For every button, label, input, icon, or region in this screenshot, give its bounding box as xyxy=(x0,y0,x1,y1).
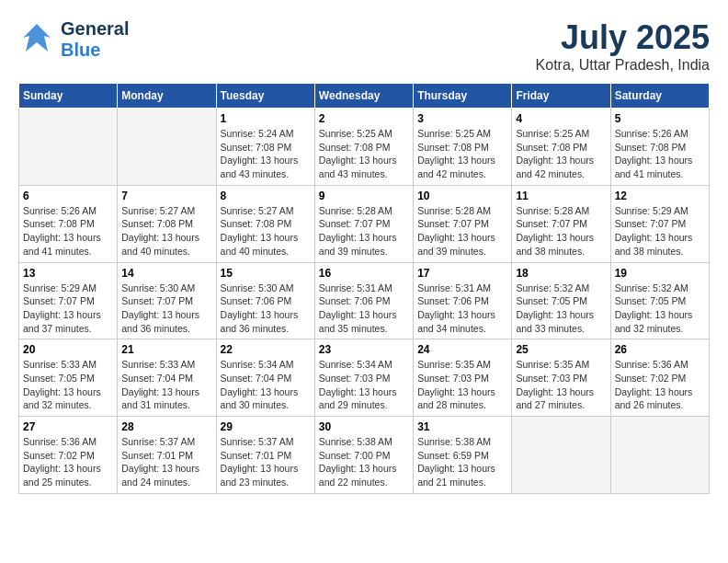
weekday-header: Sunday xyxy=(19,84,118,109)
calendar-cell: 10Sunrise: 5:28 AMSunset: 7:07 PMDayligh… xyxy=(414,185,512,262)
day-number: 28 xyxy=(121,420,211,433)
calendar-cell: 16Sunrise: 5:31 AMSunset: 7:06 PMDayligh… xyxy=(314,262,413,339)
calendar-cell: 23Sunrise: 5:34 AMSunset: 7:03 PMDayligh… xyxy=(314,339,413,417)
day-info: Sunrise: 5:30 AMSunset: 7:07 PMDaylight:… xyxy=(121,282,211,336)
calendar-cell: 1Sunrise: 5:24 AMSunset: 7:08 PMDaylight… xyxy=(216,109,314,186)
calendar-cell: 13Sunrise: 5:29 AMSunset: 7:07 PMDayligh… xyxy=(19,262,118,339)
logo-blue-text: Blue xyxy=(61,40,129,61)
day-info: Sunrise: 5:25 AMSunset: 7:08 PMDaylight:… xyxy=(516,127,606,181)
day-number: 30 xyxy=(319,420,409,433)
day-info: Sunrise: 5:33 AMSunset: 7:05 PMDaylight:… xyxy=(23,358,113,412)
calendar-cell: 15Sunrise: 5:30 AMSunset: 7:06 PMDayligh… xyxy=(216,262,314,339)
day-number: 1 xyxy=(221,112,311,125)
calendar-cell xyxy=(610,417,709,494)
calendar-cell: 7Sunrise: 5:27 AMSunset: 7:08 PMDaylight… xyxy=(118,185,216,262)
day-number: 17 xyxy=(417,267,507,280)
day-info: Sunrise: 5:37 AMSunset: 7:01 PMDaylight:… xyxy=(221,435,311,489)
day-number: 24 xyxy=(417,343,507,356)
day-number: 3 xyxy=(417,112,507,125)
calendar-cell: 19Sunrise: 5:32 AMSunset: 7:05 PMDayligh… xyxy=(610,262,709,339)
day-number: 7 xyxy=(121,190,211,202)
day-number: 29 xyxy=(221,420,311,433)
weekday-header: Thursday xyxy=(414,84,512,109)
logo-general-text: General xyxy=(61,18,129,40)
calendar-cell: 22Sunrise: 5:34 AMSunset: 7:04 PMDayligh… xyxy=(216,339,314,417)
calendar-cell: 9Sunrise: 5:28 AMSunset: 7:07 PMDaylight… xyxy=(314,185,413,262)
svg-marker-0 xyxy=(23,24,51,52)
day-info: Sunrise: 5:35 AMSunset: 7:03 PMDaylight:… xyxy=(516,358,606,412)
day-info: Sunrise: 5:29 AMSunset: 7:07 PMDaylight:… xyxy=(23,282,113,336)
day-info: Sunrise: 5:27 AMSunset: 7:08 PMDaylight:… xyxy=(121,204,211,259)
calendar-cell: 21Sunrise: 5:33 AMSunset: 7:04 PMDayligh… xyxy=(118,339,216,417)
calendar-week-row: 13Sunrise: 5:29 AMSunset: 7:07 PMDayligh… xyxy=(19,262,710,339)
day-number: 15 xyxy=(221,267,311,280)
day-number: 14 xyxy=(121,267,211,280)
day-info: Sunrise: 5:36 AMSunset: 7:02 PMDaylight:… xyxy=(615,358,705,412)
day-number: 4 xyxy=(516,112,606,125)
day-info: Sunrise: 5:31 AMSunset: 7:06 PMDaylight:… xyxy=(417,282,507,336)
day-number: 5 xyxy=(615,112,705,125)
day-number: 19 xyxy=(615,267,705,280)
day-info: Sunrise: 5:26 AMSunset: 7:08 PMDaylight:… xyxy=(23,204,113,259)
calendar-cell: 12Sunrise: 5:29 AMSunset: 7:07 PMDayligh… xyxy=(610,185,709,262)
day-info: Sunrise: 5:28 AMSunset: 7:07 PMDaylight:… xyxy=(319,204,409,259)
day-info: Sunrise: 5:31 AMSunset: 7:06 PMDaylight:… xyxy=(319,282,409,336)
page-header: General Blue July 2025 Kotra, Uttar Prad… xyxy=(18,18,710,74)
day-number: 23 xyxy=(319,343,409,356)
day-info: Sunrise: 5:24 AMSunset: 7:08 PMDaylight:… xyxy=(221,127,311,181)
location-subtitle: Kotra, Uttar Pradesh, India xyxy=(536,57,710,74)
day-info: Sunrise: 5:37 AMSunset: 7:01 PMDaylight:… xyxy=(121,435,211,489)
calendar-cell xyxy=(512,417,610,494)
calendar-week-row: 27Sunrise: 5:36 AMSunset: 7:02 PMDayligh… xyxy=(19,417,710,494)
weekday-header: Saturday xyxy=(610,84,709,109)
calendar-week-row: 6Sunrise: 5:26 AMSunset: 7:08 PMDaylight… xyxy=(19,185,710,262)
calendar-cell: 8Sunrise: 5:27 AMSunset: 7:08 PMDaylight… xyxy=(216,185,314,262)
title-block: July 2025 Kotra, Uttar Pradesh, India xyxy=(536,18,710,74)
calendar-cell: 29Sunrise: 5:37 AMSunset: 7:01 PMDayligh… xyxy=(216,417,314,494)
day-info: Sunrise: 5:26 AMSunset: 7:08 PMDaylight:… xyxy=(615,127,705,181)
calendar-cell: 28Sunrise: 5:37 AMSunset: 7:01 PMDayligh… xyxy=(118,417,216,494)
day-number: 2 xyxy=(319,112,409,125)
day-number: 10 xyxy=(417,190,507,202)
day-number: 6 xyxy=(23,190,113,202)
day-number: 20 xyxy=(23,343,113,356)
logo-bird-icon xyxy=(18,19,55,60)
calendar-cell: 4Sunrise: 5:25 AMSunset: 7:08 PMDaylight… xyxy=(512,109,610,186)
day-info: Sunrise: 5:25 AMSunset: 7:08 PMDaylight:… xyxy=(417,127,507,181)
month-year-title: July 2025 xyxy=(536,18,710,57)
calendar-cell: 18Sunrise: 5:32 AMSunset: 7:05 PMDayligh… xyxy=(512,262,610,339)
day-info: Sunrise: 5:32 AMSunset: 7:05 PMDaylight:… xyxy=(615,282,705,336)
day-info: Sunrise: 5:33 AMSunset: 7:04 PMDaylight:… xyxy=(121,358,211,412)
day-number: 25 xyxy=(516,343,606,356)
day-number: 26 xyxy=(615,343,705,356)
day-info: Sunrise: 5:38 AMSunset: 6:59 PMDaylight:… xyxy=(417,435,507,489)
weekday-header: Monday xyxy=(118,84,216,109)
day-number: 11 xyxy=(516,190,606,202)
calendar-cell: 24Sunrise: 5:35 AMSunset: 7:03 PMDayligh… xyxy=(414,339,512,417)
day-info: Sunrise: 5:28 AMSunset: 7:07 PMDaylight:… xyxy=(516,204,606,259)
day-info: Sunrise: 5:35 AMSunset: 7:03 PMDaylight:… xyxy=(417,358,507,412)
day-info: Sunrise: 5:27 AMSunset: 7:08 PMDaylight:… xyxy=(221,204,311,259)
day-number: 8 xyxy=(221,190,311,202)
day-info: Sunrise: 5:34 AMSunset: 7:04 PMDaylight:… xyxy=(221,358,311,412)
day-number: 13 xyxy=(23,267,113,280)
day-number: 22 xyxy=(221,343,311,356)
day-info: Sunrise: 5:34 AMSunset: 7:03 PMDaylight:… xyxy=(319,358,409,412)
calendar-cell: 20Sunrise: 5:33 AMSunset: 7:05 PMDayligh… xyxy=(19,339,118,417)
logo-text-block: General Blue xyxy=(61,18,129,61)
calendar-cell: 3Sunrise: 5:25 AMSunset: 7:08 PMDaylight… xyxy=(414,109,512,186)
calendar-cell: 31Sunrise: 5:38 AMSunset: 6:59 PMDayligh… xyxy=(414,417,512,494)
day-number: 27 xyxy=(23,420,113,433)
calendar-cell: 6Sunrise: 5:26 AMSunset: 7:08 PMDaylight… xyxy=(19,185,118,262)
day-number: 12 xyxy=(615,190,705,202)
calendar-cell: 5Sunrise: 5:26 AMSunset: 7:08 PMDaylight… xyxy=(610,109,709,186)
day-info: Sunrise: 5:28 AMSunset: 7:07 PMDaylight:… xyxy=(417,204,507,259)
weekday-header: Wednesday xyxy=(314,84,413,109)
day-info: Sunrise: 5:36 AMSunset: 7:02 PMDaylight:… xyxy=(23,435,113,489)
calendar-cell: 25Sunrise: 5:35 AMSunset: 7:03 PMDayligh… xyxy=(512,339,610,417)
logo: General Blue xyxy=(18,18,129,61)
calendar-cell xyxy=(118,109,216,186)
day-number: 18 xyxy=(516,267,606,280)
calendar-cell: 17Sunrise: 5:31 AMSunset: 7:06 PMDayligh… xyxy=(414,262,512,339)
day-number: 16 xyxy=(319,267,409,280)
